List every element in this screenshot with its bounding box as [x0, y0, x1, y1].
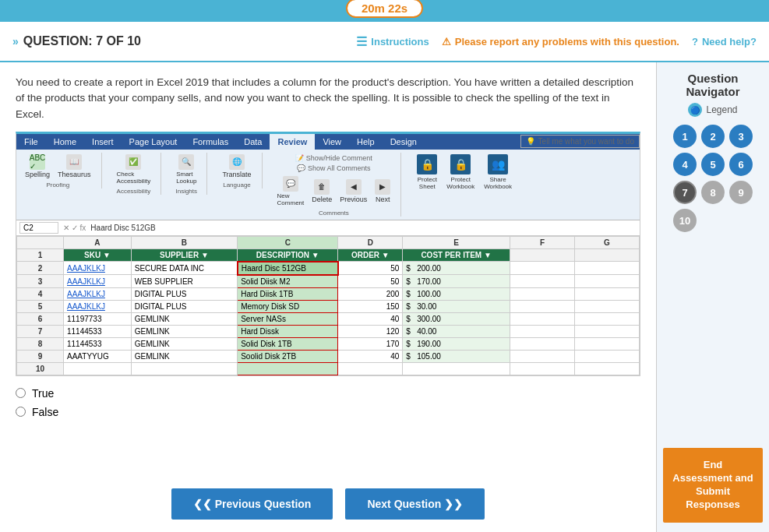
option-false[interactable]: False [16, 406, 640, 418]
formula-icons: ✕ ✓ fx [63, 224, 86, 232]
q-num-2[interactable]: 2 [701, 125, 725, 148]
q-num-4[interactable]: 4 [673, 153, 697, 176]
nav-buttons: ❮❮ Previous Question Next Question ❯❯ [0, 488, 656, 520]
description-header: DESCRIPTION ▼ [238, 248, 338, 262]
cost-header: COST PER ITEM ▼ [403, 248, 510, 262]
question-label: » QUESTION: 7 OF 10 [12, 34, 141, 48]
comments-group: 📝 Show/Hide Comment 💬 Show All Comments … [275, 153, 402, 217]
spreadsheet: A B C D E F G 1 SKU ▼ SUPPLIER ▼ D [16, 236, 640, 375]
protect-group: 🔒 ProtectSheet 🔒 ProtectWorkbook 👥 Share… [414, 153, 523, 192]
col-b: B [131, 236, 237, 248]
q-num-3[interactable]: 3 [729, 125, 753, 148]
order-header: ORDER ▼ [338, 248, 403, 262]
radio-true[interactable] [16, 388, 26, 398]
question-grid: 1 2 3 4 5 6 7 8 9 10 [673, 125, 753, 232]
tab-insert[interactable]: Insert [84, 134, 122, 150]
col-a: A [64, 236, 132, 248]
smart-lookup-button[interactable]: 🔍 SmartLookup [174, 153, 199, 186]
next-comment-button[interactable]: ▶ Next [372, 178, 393, 205]
warning-icon: ⚠ [442, 36, 451, 48]
table-row: 2 AAAJKLKJ SECURE DATA INC Haard Disc 51… [17, 262, 640, 275]
share-workbook-button[interactable]: 👥 ShareWorkbook [481, 153, 515, 192]
col-g: G [574, 236, 639, 248]
timer-display: 20m 22s [346, 0, 423, 18]
insights-group: 🔍 SmartLookup Insights [174, 153, 207, 195]
check-accessibility-button[interactable]: ✅ CheckAccessibility [115, 153, 153, 186]
question-text: You need to create a report in Excel 201… [16, 75, 640, 122]
radio-false[interactable] [16, 407, 26, 417]
answer-options: True False [16, 387, 640, 418]
thesaurus-button[interactable]: 📖 Thesaurus [55, 153, 93, 180]
ribbon-content: ABC✓ Spelling 📖 Thesaurus Proofing [16, 150, 640, 220]
col-f: F [510, 236, 574, 248]
table-row: 8 11144533 GEMLINK Solid Disk 1TB 170 $ … [17, 337, 640, 350]
q-num-7[interactable]: 7 [673, 181, 697, 204]
col-c: C [238, 236, 338, 248]
list-icon: ☰ [356, 34, 367, 49]
tab-design[interactable]: Design [383, 134, 425, 150]
col-e: E [403, 236, 510, 248]
instructions-button[interactable]: ☰ Instructions [356, 34, 429, 49]
ribbon-tabs: File Home Insert Page Layout Formulas Da… [16, 134, 640, 150]
navigator-title: Question Navigator [663, 72, 763, 98]
prev-question-button[interactable]: ❮❮ Previous Question [171, 488, 333, 520]
sku-header: SKU ▼ [64, 248, 132, 262]
proofing-group: ABC✓ Spelling 📖 Thesaurus Proofing [23, 153, 102, 188]
help-button[interactable]: ? Need help? [692, 36, 757, 48]
main-layout: You need to create a report in Excel 201… [0, 62, 769, 532]
submit-button[interactable]: End Assessment and Submit Responses [663, 448, 763, 523]
tab-view[interactable]: View [315, 134, 349, 150]
spelling-button[interactable]: ABC✓ Spelling [23, 153, 52, 180]
cell-reference: C2 [19, 222, 58, 234]
col-g-empty [574, 248, 639, 262]
previous-comment-button[interactable]: ◀ Previous [337, 178, 369, 205]
excel-mockup: File Home Insert Page Layout Formulas Da… [16, 132, 640, 376]
tab-help[interactable]: Help [349, 134, 383, 150]
q-num-10[interactable]: 10 [673, 209, 697, 232]
table-row: 7 11144533 GEMLINK Hard Dissk 120 $ 40.0… [17, 325, 640, 337]
formula-bar: C2 ✕ ✓ fx Haard Disc 512GB [16, 220, 640, 236]
table-row: 6 11197733 GEMLINK Server NASs 40 $ 300.… [17, 312, 640, 325]
table-row: 9 AAATYYUG GEMLINK Soolid Disk 2TB 40 $ … [17, 350, 640, 362]
table-row: 4 AAAJKLKJ DIGITAL PLUS Hard Diisk 1TB 2… [17, 287, 640, 300]
protect-sheet-button[interactable]: 🔒 ProtectSheet [414, 153, 440, 192]
chevron-icon: » [12, 35, 19, 48]
tab-review[interactable]: Review [270, 134, 315, 150]
table-row: 5 AAAJKLKJ DIGITAL PLUS Memory Disk SD 1… [17, 300, 640, 312]
question-current: 7 [96, 34, 103, 48]
search-icon: 💡 [526, 137, 535, 146]
q-num-6[interactable]: 6 [729, 153, 753, 176]
left-content: You need to create a report in Excel 201… [0, 62, 656, 532]
legend-section: 🔵 Legend [688, 103, 737, 117]
tab-home[interactable]: Home [46, 134, 84, 150]
next-question-button[interactable]: Next Question ❯❯ [345, 488, 485, 520]
col-d: D [338, 236, 403, 248]
tab-pagelayout[interactable]: Page Layout [122, 134, 185, 150]
q-num-1[interactable]: 1 [673, 125, 697, 148]
tab-file[interactable]: File [16, 134, 46, 150]
col-f-empty [510, 248, 574, 262]
timer-bar: 20m 22s [0, 0, 769, 22]
protect-workbook-button[interactable]: 🔒 ProtectWorkbook [443, 153, 478, 192]
q-num-5[interactable]: 5 [701, 153, 725, 176]
formula-value: Haard Disc 512GB [90, 224, 155, 232]
row-1-header: 1 [17, 248, 64, 262]
language-group: 🌐 Translate Language [220, 153, 262, 188]
legend-icon: 🔵 [688, 103, 702, 117]
translate-button[interactable]: 🌐 Translate [220, 153, 253, 180]
report-problem-button[interactable]: ⚠ Please report any problems with this q… [442, 36, 679, 48]
q-num-8[interactable]: 8 [701, 181, 725, 204]
header-bar: » QUESTION: 7 OF 10 ☰ Instructions ⚠ Ple… [0, 22, 769, 62]
new-comment-button[interactable]: 💬 NewComment [275, 174, 307, 208]
data-table: A B C D E F G 1 SKU ▼ SUPPLIER ▼ D [16, 236, 640, 375]
corner-header [17, 236, 64, 248]
tab-data[interactable]: Data [236, 134, 270, 150]
tell-me-box[interactable]: 💡 Tell me what you want to do [520, 135, 640, 148]
delete-comment-button[interactable]: 🗑 Delete [309, 178, 334, 205]
accessibility-group: ✅ CheckAccessibility Accessibility [115, 153, 162, 195]
tab-formulas[interactable]: Formulas [185, 134, 236, 150]
q-num-9[interactable]: 9 [729, 181, 753, 204]
right-sidebar: Question Navigator 🔵 Legend 1 2 3 4 5 6 … [656, 62, 769, 532]
option-true[interactable]: True [16, 387, 640, 400]
table-row: 10 [17, 362, 640, 375]
